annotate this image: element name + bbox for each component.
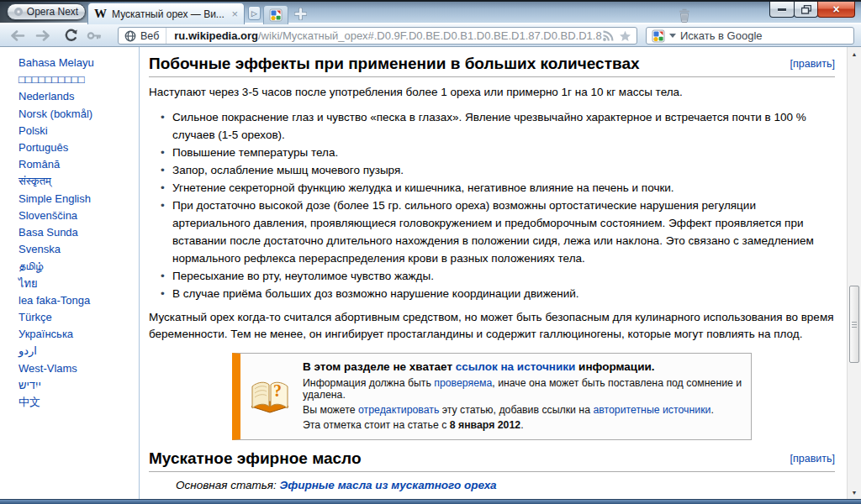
plus-icon	[294, 8, 307, 20]
sidebar-language-link[interactable]: ייִדיש	[18, 377, 139, 394]
ambox-title: В этом разделе не хватает ссылок на исто…	[303, 360, 742, 373]
closed-tabs-trash-button[interactable]	[674, 6, 695, 23]
opera-menu-button[interactable]: Opera Next	[7, 3, 86, 20]
restore-button[interactable]	[794, 2, 818, 18]
opera-logo-icon	[14, 8, 23, 16]
vertical-scrollbar[interactable]: ▲ ▼	[847, 47, 861, 499]
list-item: Запор, ослабление мышц мочевого пузыря.	[161, 161, 835, 179]
sidebar-language-link[interactable]: Norsk (bokmål)	[18, 106, 139, 123]
sidebar-language-link[interactable]: 中文	[18, 394, 139, 411]
sidebar-language-link[interactable]: Română	[18, 156, 139, 173]
wikipedia-favicon-icon: W	[94, 8, 107, 20]
sidebar-language-link[interactable]: ไทย	[18, 276, 139, 292]
open-book-question-icon: ?	[247, 378, 293, 415]
sidebar-language-link[interactable]: Nederlands	[18, 88, 139, 105]
bookmark-star-icon[interactable]	[619, 30, 631, 42]
list-item: Пересыхание во рту, неутолимое чувство ж…	[161, 267, 835, 285]
chevron-down-icon[interactable]	[669, 34, 676, 38]
tab-title: Мускатный орех — Ви...	[112, 8, 226, 20]
back-button[interactable]	[8, 28, 26, 43]
new-tab-button[interactable]	[293, 7, 307, 20]
ambox-line: Эта отметка стоит на статье с 8 января 2…	[303, 419, 742, 431]
paragraph: Наступают через 3-5 часов после употребл…	[149, 84, 835, 101]
google-search-icon	[652, 29, 665, 43]
address-bar-icons	[602, 30, 637, 42]
tab-expander-button[interactable]: ▷	[248, 6, 261, 20]
minimize-icon	[778, 8, 786, 11]
scroll-down-button[interactable]: ▼	[848, 486, 861, 498]
rss-feed-icon[interactable]	[602, 30, 614, 42]
sidebar-language-link[interactable]: தமிழ்	[18, 258, 139, 275]
section-title: Мускатное эфирное масло	[149, 449, 790, 469]
edit-section-link[interactable]: [править]	[790, 54, 835, 74]
globe-icon	[124, 30, 136, 42]
paragraph: Мускатный орех когда-то считался абортив…	[149, 309, 835, 343]
window-controls: ×	[770, 2, 855, 18]
sidebar-language-link[interactable]: □□□□□□□□□□	[18, 71, 139, 88]
url-text[interactable]: ru.wikipedia.org/wiki/Мускатный_орех#.D0…	[166, 29, 602, 42]
google-favicon-icon	[269, 8, 283, 22]
ambox-line: Вы можете отредактировать эту статью, до…	[303, 404, 742, 416]
key-icon	[87, 29, 101, 42]
page-viewport: Bahasa Melayu □□□□□□□□□□ Nederlands Nors…	[0, 47, 861, 499]
restore-icon	[801, 5, 811, 14]
tab-google[interactable]	[263, 5, 288, 24]
edit-article-link[interactable]: отредактировать	[358, 404, 439, 416]
sidebar-language-link[interactable]: lea faka-Tonga	[18, 292, 139, 309]
ambox-line: Информация должна быть проверяема, иначе…	[303, 377, 742, 401]
list-item: Угнетение секреторной функцию желудка и …	[161, 179, 835, 197]
address-mode-label: Веб	[140, 30, 159, 42]
tab-active[interactable]: W Мускатный орех — Ви... ×	[87, 3, 245, 24]
ambox-date: 8 января 2012	[450, 419, 520, 431]
edit-section-link[interactable]: [править]	[790, 449, 835, 469]
sidebar-language-link[interactable]: संस्कृतम्	[18, 173, 139, 190]
sources-link[interactable]: ссылок на источники	[456, 360, 576, 373]
scroll-up-button[interactable]: ▲	[848, 48, 861, 60]
navigation-toolbar: Веб ru.wikipedia.org/wiki/Мускатный_орех…	[0, 24, 861, 47]
tab-bar: Opera Next W Мускатный орех — Ви... × ▷	[0, 0, 861, 23]
sidebar-language-link[interactable]: Português	[18, 139, 139, 156]
status-bar-edge	[0, 499, 861, 504]
search-field[interactable]: Искать в Google	[646, 27, 854, 45]
ambox-no-sources: ? В этом разделе не хватает ссылок на ис…	[232, 353, 752, 440]
url-path: /wiki/Мускатный_орех#.D0.9F.D0.BE.D0.B1.…	[258, 29, 602, 42]
address-bar[interactable]: Веб ru.wikipedia.org/wiki/Мускатный_орех…	[118, 27, 637, 45]
language-sidebar: Bahasa Melayu □□□□□□□□□□ Nederlands Nors…	[0, 47, 140, 499]
sidebar-language-link[interactable]: Polski	[18, 123, 139, 139]
section-heading-side-effects: Побочные эффекты при применении в больши…	[149, 54, 835, 77]
tab-close-icon[interactable]: ×	[231, 8, 238, 19]
sidebar-language-link[interactable]: West-Vlams	[18, 360, 139, 377]
ambox-text: В этом разделе не хватает ссылок на исто…	[303, 359, 742, 434]
list-item: В случае приёма больших доз возможно нар…	[161, 285, 835, 302]
reload-button[interactable]	[61, 28, 80, 43]
close-button[interactable]: ×	[817, 2, 855, 18]
list-item: Сильное покраснение глаз и чувство «песк…	[161, 108, 835, 144]
opera-menu-label: Opera Next	[27, 6, 78, 18]
wand-button[interactable]	[84, 28, 103, 43]
close-icon: ×	[832, 3, 839, 15]
sidebar-language-link[interactable]: Українська	[18, 326, 139, 343]
reliable-sources-link[interactable]: авторитетные источники	[593, 404, 710, 416]
section-heading-essential-oil: Мускатное эфирное масло [править]	[149, 449, 835, 472]
side-effects-list: Сильное покраснение глаз и чувство «песк…	[161, 108, 835, 302]
sidebar-language-link[interactable]: Türkçe	[18, 309, 139, 326]
sidebar-language-link[interactable]: اردو	[18, 343, 139, 360]
svg-text:?: ?	[273, 381, 282, 400]
back-icon	[9, 30, 25, 41]
list-item: При достаточно высокой дозе (более 15 гр…	[161, 197, 835, 267]
sidebar-language-link[interactable]: Simple English	[18, 191, 139, 207]
forward-button[interactable]	[34, 28, 52, 43]
reload-icon	[64, 29, 78, 42]
minimize-button[interactable]	[769, 2, 795, 18]
verifiability-link[interactable]: проверяема	[434, 377, 492, 389]
scrollbar-thumb[interactable]	[849, 286, 859, 363]
url-host: ru.wikipedia.org	[174, 29, 258, 42]
sidebar-language-link[interactable]: Slovenščina	[18, 207, 139, 224]
sidebar-language-link[interactable]: Svenska	[18, 241, 139, 258]
list-item: Повышение температуры тела.	[161, 144, 835, 161]
sidebar-language-link[interactable]: Basa Sunda	[18, 224, 139, 241]
section-title: Побочные эффекты при применении в больши…	[149, 54, 790, 74]
sidebar-language-link[interactable]: Bahasa Melayu	[18, 55, 139, 71]
main-article-link[interactable]: Эфирные масла из мускатного ореха	[280, 479, 497, 491]
address-mode-button[interactable]: Веб	[119, 28, 166, 44]
